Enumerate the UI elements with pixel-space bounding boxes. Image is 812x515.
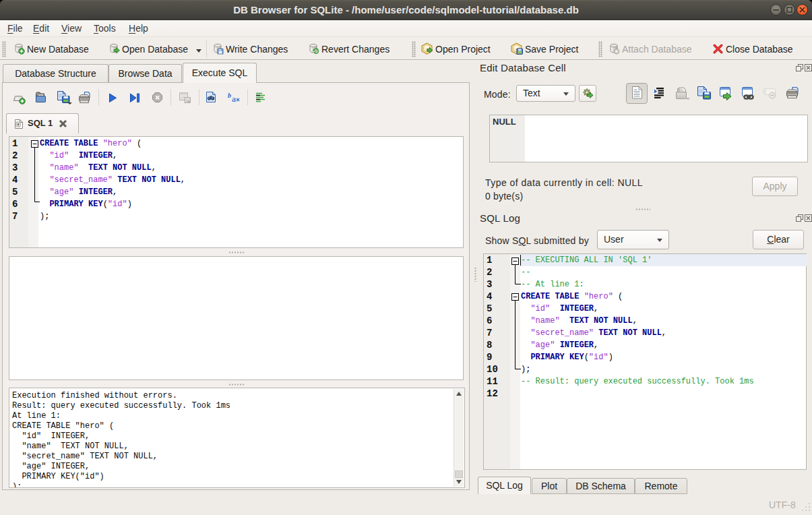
svg-text:b: b	[228, 92, 231, 99]
svg-text:a: a	[232, 94, 236, 103]
